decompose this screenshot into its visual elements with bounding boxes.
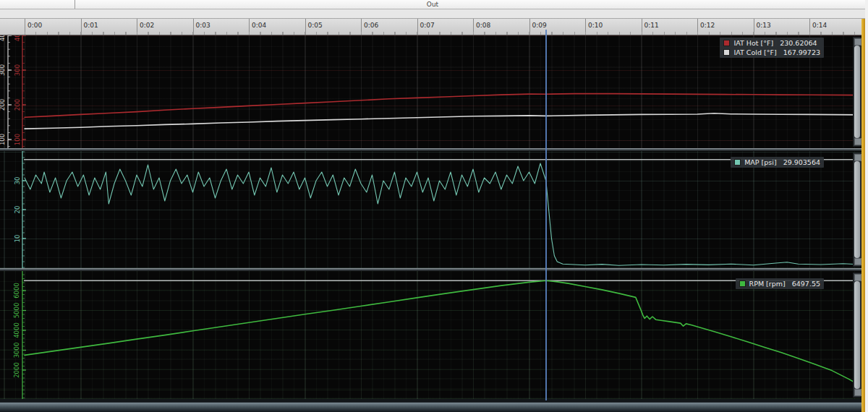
map-plot[interactable]: 302010: [0, 151, 861, 268]
timeline-tick: [529, 19, 530, 35]
timeline-tick: [137, 19, 137, 35]
window-right-margin: [865, 0, 868, 412]
svg-text:30: 30: [14, 177, 21, 185]
timeline-label: 0:13: [757, 22, 771, 29]
timeline-tick: [809, 19, 810, 35]
scroll-up-button[interactable]: [854, 38, 861, 46]
timeline-tick: [249, 19, 250, 35]
scroll-up-button[interactable]: [854, 154, 861, 161]
map-swatch-icon: [734, 159, 741, 166]
svg-text:300: 300: [14, 64, 21, 76]
rpm-label: RPM [rpm]: [749, 280, 786, 288]
svg-text:100: 100: [14, 134, 21, 145]
iat-vertical-scrollbar[interactable]: [853, 37, 861, 147]
svg-text:3000: 3000: [13, 343, 20, 359]
titlebar-divider: [75, 0, 75, 9]
timeline-label: 0:03: [196, 22, 210, 29]
scrollbar-thumb[interactable]: [854, 281, 860, 389]
toolbar-strip: [0, 9, 865, 19]
datalog-viewer-window: Out 0:000:010:020:030:040:050:060:070:08…: [0, 0, 868, 412]
iat-cold-label: IAT Cold [°F]: [733, 48, 776, 56]
timeline-label: 0:11: [644, 22, 659, 29]
rpm-value: 6497.55: [792, 280, 820, 288]
timeline-label: 0:14: [812, 22, 827, 29]
timeline-tick: [361, 19, 362, 35]
timeline-tick: [697, 19, 698, 35]
timeline-tick: [473, 19, 474, 35]
map-chart-panel[interactable]: 302010 MAP [psi] 29.903564: [0, 151, 861, 268]
map-vertical-scrollbar[interactable]: [853, 153, 861, 267]
svg-text:400: 400: [14, 35, 21, 41]
timeline-ruler[interactable]: 0:000:010:020:030:040:050:060:070:080:09…: [0, 19, 865, 35]
timeline-label: 0:04: [252, 22, 266, 29]
svg-text:2000: 2000: [13, 362, 20, 378]
timeline-label: 0:01: [84, 22, 98, 29]
timeline-label: 0:06: [364, 22, 378, 29]
iat-hot-swatch-icon: [723, 40, 730, 46]
iat-hot-label: IAT Hot [°F]: [733, 39, 773, 47]
iat-cold-value: 167.99723: [783, 48, 820, 56]
rpm-swatch-icon: [739, 280, 746, 287]
scrollbar-thumb[interactable]: [854, 46, 860, 138]
playhead-cursor[interactable]: [545, 30, 547, 400]
legend-item-map[interactable]: MAP [psi] 29.903564: [734, 158, 820, 166]
svg-text:400: 400: [0, 35, 6, 41]
chart-area: 400300200100400300200100 IAT Hot [°F] 23…: [0, 35, 865, 399]
svg-text:20: 20: [14, 206, 21, 214]
iat-chart-panel[interactable]: 400300200100400300200100 IAT Hot [°F] 23…: [0, 35, 861, 148]
timeline-tick: [417, 19, 418, 35]
window-titlebar: Out: [0, 0, 865, 9]
rpm-legend[interactable]: RPM [rpm] 6497.55: [736, 278, 824, 289]
svg-text:10: 10: [14, 235, 21, 243]
scroll-up-button[interactable]: [854, 274, 861, 281]
map-label: MAP [psi]: [744, 158, 776, 166]
timeline-tick: [25, 19, 25, 35]
timeline-tick: [642, 19, 642, 35]
timeline-label: 0:05: [308, 22, 323, 29]
svg-text:5000: 5000: [13, 303, 20, 319]
timeline-label: 0:10: [588, 22, 603, 29]
map-value: 29.903564: [783, 158, 820, 166]
timeline-label: 0:09: [532, 22, 547, 29]
iat-hot-value: 230.62064: [780, 39, 817, 47]
scroll-down-button[interactable]: [854, 138, 861, 145]
rpm-vertical-scrollbar[interactable]: [853, 272, 861, 398]
svg-text:200: 200: [14, 99, 21, 111]
timeline-tick: [81, 19, 82, 35]
timeline-tick: [754, 19, 754, 35]
svg-text:300: 300: [0, 64, 6, 76]
map-legend[interactable]: MAP [psi] 29.903564: [731, 157, 824, 168]
horizontal-scrollbar[interactable]: [0, 402, 861, 412]
legend-item-iat-hot[interactable]: IAT Hot [°F] 230.62064: [723, 39, 820, 47]
legend-item-rpm[interactable]: RPM [rpm] 6497.55: [739, 280, 820, 288]
timeline-tick: [585, 19, 586, 35]
legend-item-iat-cold[interactable]: IAT Cold [°F] 167.99723: [723, 48, 820, 56]
rpm-chart-panel[interactable]: 60005000400030002000 RPM [rpm] 6497.55: [0, 271, 861, 399]
timeline-label: 0:08: [476, 22, 490, 29]
svg-text:4000: 4000: [13, 322, 20, 338]
svg-text:100: 100: [0, 134, 6, 145]
svg-text:200: 200: [0, 99, 6, 111]
svg-text:6000: 6000: [13, 283, 20, 299]
timeline-label: 0:12: [700, 22, 715, 29]
rpm-plot[interactable]: 60005000400030002000: [0, 271, 861, 399]
window-title: Out: [0, 0, 865, 9]
scroll-down-button[interactable]: [854, 389, 861, 396]
timeline-label: 0:00: [27, 22, 42, 29]
timeline-tick: [193, 19, 194, 35]
iat-cold-swatch-icon: [723, 49, 730, 56]
timeline-tick: [305, 19, 306, 35]
scroll-down-button[interactable]: [854, 258, 861, 265]
iat-legend[interactable]: IAT Hot [°F] 230.62064 IAT Cold [°F] 167…: [720, 38, 824, 58]
scrollbar-thumb[interactable]: [854, 161, 860, 258]
timeline-label: 0:07: [420, 22, 435, 29]
timeline-label: 0:02: [140, 22, 154, 29]
